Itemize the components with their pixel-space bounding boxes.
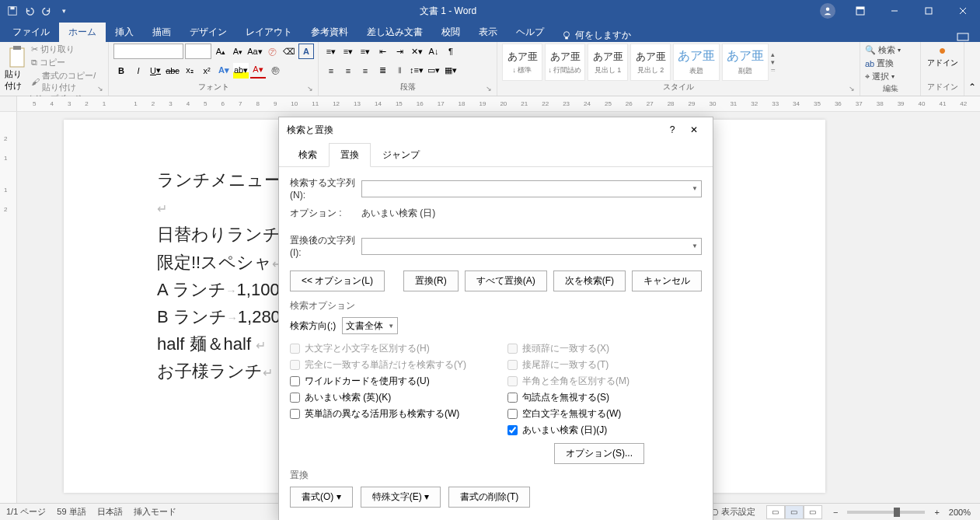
close-icon[interactable]: ✕: [683, 119, 705, 141]
collapse-ribbon-icon[interactable]: ⌃: [964, 42, 980, 96]
subscript-icon[interactable]: x₂: [182, 63, 197, 79]
dialog-tab-goto[interactable]: ジャンプ: [371, 143, 431, 167]
font-name-select[interactable]: [113, 44, 183, 59]
bullets-icon[interactable]: ≡▾: [323, 44, 339, 59]
style-item[interactable]: あア亜副題: [722, 44, 769, 81]
zoom-slider[interactable]: [847, 511, 925, 514]
dialog-tab-find[interactable]: 検索: [287, 143, 329, 167]
distributed-icon[interactable]: ⫴: [392, 63, 407, 79]
line-spacing-icon[interactable]: ↕≡▾: [409, 63, 424, 79]
format-button[interactable]: 書式(O) ▾: [290, 487, 353, 508]
dialog-launcher-icon[interactable]: ↘: [486, 85, 495, 94]
view-print-icon[interactable]: ▭: [785, 505, 804, 519]
align-center-icon[interactable]: ≡: [340, 63, 356, 79]
checkbox-option[interactable]: 句読点を無視する(S): [507, 389, 702, 406]
checkbox-option[interactable]: あいまい検索 (英)(K): [290, 389, 484, 406]
save-icon[interactable]: [5, 3, 20, 19]
italic-button[interactable]: I: [131, 63, 146, 79]
horizontal-ruler[interactable]: 5432112345678910111213141516171819202122…: [0, 96, 980, 112]
fuzzy-options-button[interactable]: オプション(S)...: [554, 443, 644, 464]
style-item[interactable]: あア亜↓ 標準: [502, 44, 542, 81]
zoom-out-icon[interactable]: −: [830, 508, 841, 517]
font-size-select[interactable]: [185, 44, 211, 59]
checkbox-option[interactable]: ワイルドカードを使用する(U): [290, 373, 484, 389]
status-words[interactable]: 59 単語: [57, 506, 85, 518]
dialog-launcher-icon[interactable]: ↘: [849, 85, 858, 94]
char-border-icon[interactable]: A: [298, 44, 314, 59]
checkbox-option[interactable]: あいまい検索 (日)(J): [507, 422, 702, 438]
close-icon[interactable]: [946, 0, 980, 22]
increase-indent-icon[interactable]: ⇥: [392, 44, 407, 59]
share-icon[interactable]: [957, 31, 980, 42]
checkbox[interactable]: [507, 409, 518, 419]
zoom-level[interactable]: 200%: [949, 508, 971, 517]
tab-design[interactable]: デザイン: [180, 23, 236, 42]
select-button[interactable]: ⌖選択▾: [865, 70, 915, 83]
clear-format-icon[interactable]: ⌫: [281, 44, 297, 59]
underline-button[interactable]: U▾: [148, 63, 163, 79]
phonetic-guide-icon[interactable]: ㋐: [264, 44, 280, 59]
replace-button[interactable]: ab置換: [865, 57, 915, 70]
dialog-titlebar[interactable]: 検索と置換 ? ✕: [279, 117, 713, 142]
style-item[interactable]: あア亜見出し 1: [588, 44, 628, 81]
justify-icon[interactable]: ≣: [375, 63, 390, 79]
display-settings[interactable]: 🖵表示設定: [710, 506, 755, 518]
no-formatting-button[interactable]: 書式の削除(T): [448, 487, 530, 508]
undo-icon[interactable]: [22, 3, 37, 19]
addins-button[interactable]: ● アドイン: [926, 44, 959, 68]
status-page[interactable]: 1/1 ページ: [6, 506, 46, 518]
style-item[interactable]: あア亜表題: [673, 44, 720, 81]
paste-button[interactable]: 貼り付け: [5, 45, 30, 92]
tab-review[interactable]: 校閲: [432, 23, 469, 42]
tab-layout[interactable]: レイアウト: [236, 23, 302, 42]
checkbox-option[interactable]: 英単語の異なる活用形も検索する(W): [290, 406, 484, 422]
tab-home[interactable]: ホーム: [59, 23, 106, 42]
help-icon[interactable]: ?: [661, 119, 683, 141]
tab-view[interactable]: 表示: [469, 23, 507, 42]
find-input[interactable]: ▼: [361, 180, 702, 197]
enclose-char-icon[interactable]: ㊞: [267, 63, 283, 79]
font-color-icon[interactable]: A▾: [250, 63, 266, 79]
cut-button[interactable]: ✂切り取り: [31, 44, 103, 55]
cancel-button[interactable]: キャンセル: [632, 270, 702, 291]
bold-button[interactable]: B: [113, 63, 129, 79]
tab-insert[interactable]: 挿入: [106, 23, 143, 42]
decrease-font-icon[interactable]: A▾: [230, 44, 246, 59]
sort-icon[interactable]: A↓: [426, 44, 441, 59]
align-right-icon[interactable]: ≡: [357, 63, 373, 79]
style-item[interactable]: あア亜見出し 2: [630, 44, 671, 81]
superscript-icon[interactable]: x²: [199, 63, 214, 79]
checkbox[interactable]: [507, 425, 518, 435]
highlight-icon[interactable]: ab▾: [233, 63, 249, 79]
style-item[interactable]: あア亜↓ 行間詰め: [545, 44, 585, 81]
numbering-icon[interactable]: ≡▾: [340, 44, 356, 59]
tab-help[interactable]: ヘルプ: [507, 23, 553, 42]
minimize-icon[interactable]: [877, 0, 912, 22]
copy-button[interactable]: ⧉コピー: [31, 57, 103, 68]
find-next-button[interactable]: 次を検索(F): [553, 270, 626, 291]
direction-select[interactable]: 文書全体▼: [342, 317, 398, 334]
align-left-icon[interactable]: ≡: [323, 63, 339, 79]
ribbon-display-icon[interactable]: [843, 0, 877, 22]
checkbox[interactable]: [290, 409, 300, 419]
increase-font-icon[interactable]: A▴: [213, 44, 228, 59]
zoom-in-icon[interactable]: +: [931, 508, 942, 517]
asian-layout-icon[interactable]: ✕▾: [409, 44, 424, 59]
view-web-icon[interactable]: ▭: [804, 505, 822, 519]
decrease-indent-icon[interactable]: ⇤: [375, 44, 390, 59]
styles-more-icon[interactable]: ▴▾⎓: [771, 51, 782, 74]
checkbox[interactable]: [290, 393, 300, 403]
replace-all-button[interactable]: すべて置換(A): [465, 270, 547, 291]
checkbox-option[interactable]: 空白文字を無視する(W): [507, 406, 702, 422]
text-effects-icon[interactable]: A▾: [216, 63, 232, 79]
redo-icon[interactable]: [39, 3, 54, 19]
status-language[interactable]: 日本語: [97, 506, 123, 518]
multilevel-icon[interactable]: ≡▾: [357, 44, 373, 59]
checkbox[interactable]: [507, 393, 518, 403]
tab-mailings[interactable]: 差し込み文書: [357, 23, 432, 42]
find-button[interactable]: 🔍検索▾: [865, 44, 915, 57]
shading-icon[interactable]: ▭▾: [426, 63, 441, 79]
tab-file[interactable]: ファイル: [3, 23, 59, 42]
replace-button[interactable]: 置換(R): [403, 270, 459, 291]
borders-icon[interactable]: ▦▾: [443, 63, 459, 79]
